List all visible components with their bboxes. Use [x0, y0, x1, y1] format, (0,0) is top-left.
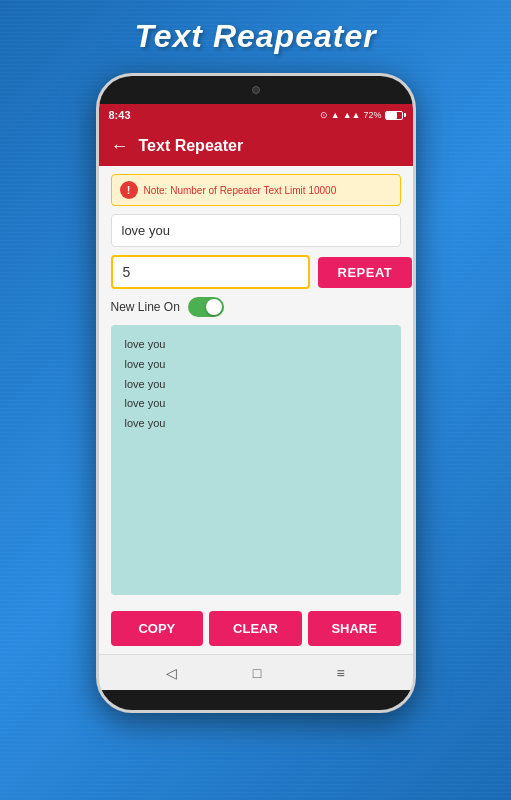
- page-title: Text Reapeater: [134, 18, 376, 55]
- copy-button[interactable]: COPY: [111, 611, 204, 646]
- output-line: love you: [125, 394, 387, 414]
- status-bar: 8:43 ⊙ ▲ ▲▲ 72%: [99, 104, 413, 126]
- output-text: love youlove youlove youlove youlove you: [125, 335, 387, 434]
- battery-icon: [385, 111, 403, 120]
- battery-percent: 72%: [363, 110, 381, 120]
- back-button[interactable]: ←: [111, 136, 129, 157]
- output-line: love you: [125, 375, 387, 395]
- app-content: ! Note: Number of Repeater Text Limit 10…: [99, 166, 413, 603]
- phone-camera: [252, 86, 260, 94]
- status-icons: ⊙ ▲ ▲▲ 72%: [320, 110, 403, 120]
- bottom-buttons: COPY CLEAR SHARE: [99, 603, 413, 654]
- notice-bar: ! Note: Number of Repeater Text Limit 10…: [111, 174, 401, 206]
- share-button[interactable]: SHARE: [308, 611, 401, 646]
- nav-menu-icon[interactable]: ≡: [337, 665, 345, 681]
- nav-back-icon[interactable]: ◁: [166, 665, 177, 681]
- toggle-label: New Line On: [111, 300, 180, 314]
- phone-bottom-bezel: [99, 690, 413, 710]
- phone-top-bezel: [99, 76, 413, 104]
- status-time: 8:43: [109, 109, 131, 121]
- text-input-display: love you: [111, 214, 401, 247]
- clear-button[interactable]: CLEAR: [209, 611, 302, 646]
- output-line: love you: [125, 335, 387, 355]
- app-header: ← Text Repeater: [99, 126, 413, 166]
- output-line: love you: [125, 414, 387, 434]
- network-icon: ▲▲: [343, 110, 361, 120]
- output-line: love you: [125, 355, 387, 375]
- newline-toggle[interactable]: [188, 297, 224, 317]
- notice-icon: !: [120, 181, 138, 199]
- output-area: love youlove youlove youlove youlove you: [111, 325, 401, 595]
- signal-icon: ⊙: [320, 110, 328, 120]
- toggle-row: New Line On: [111, 297, 401, 317]
- wifi-icon: ▲: [331, 110, 340, 120]
- nav-home-icon[interactable]: □: [253, 665, 261, 681]
- toggle-knob: [206, 299, 222, 315]
- repeat-row: REPEAT: [111, 255, 401, 289]
- phone-frame: 8:43 ⊙ ▲ ▲▲ 72% ← Text Repeater ! Note: …: [96, 73, 416, 713]
- battery-fill: [386, 112, 397, 119]
- notice-text: Note: Number of Repeater Text Limit 1000…: [144, 185, 337, 196]
- phone-nav: ◁ □ ≡: [99, 654, 413, 690]
- repeat-button[interactable]: REPEAT: [318, 257, 413, 288]
- repeat-count-input[interactable]: [111, 255, 310, 289]
- app-header-title: Text Repeater: [139, 137, 244, 155]
